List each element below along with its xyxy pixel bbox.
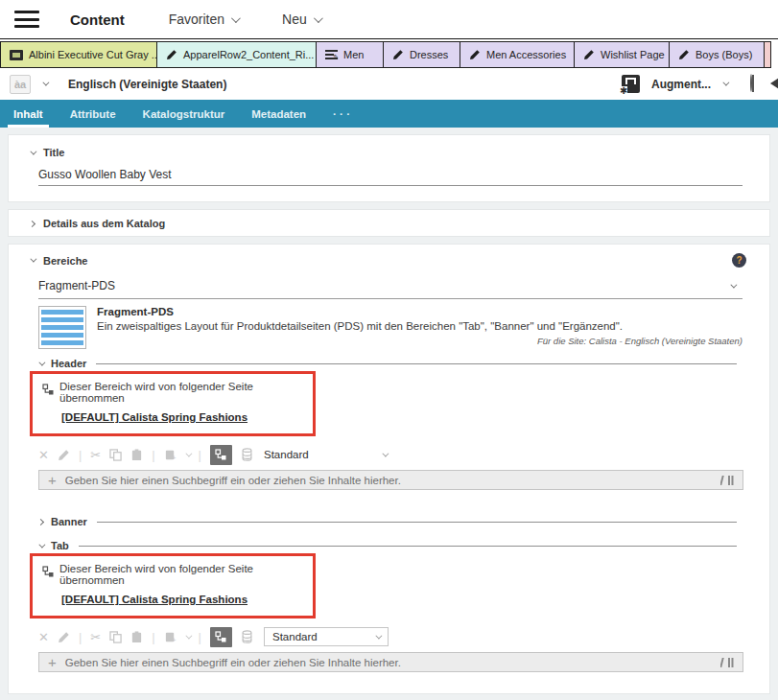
picture-icon bbox=[10, 50, 23, 60]
toolbar-separator: | bbox=[152, 630, 154, 644]
tab-attribute[interactable]: Attribute bbox=[70, 108, 116, 128]
collapse-icon bbox=[30, 256, 36, 263]
paste-insert-icon[interactable]: + bbox=[164, 449, 177, 461]
content-tab-men-accessories[interactable]: Men Accessories bbox=[460, 41, 575, 68]
content-tab-label: Boys (Boys) bbox=[695, 49, 752, 60]
divider bbox=[96, 363, 737, 364]
paste-icon[interactable] bbox=[130, 631, 143, 643]
tab-search-drop-field[interactable]: + Geben Sie hier einen Suchbegriff ein o… bbox=[38, 652, 743, 672]
copy-icon[interactable] bbox=[109, 449, 122, 461]
toolbar-separator: | bbox=[79, 630, 82, 644]
content-tab-dresses[interactable]: Dresses bbox=[383, 41, 460, 68]
new-menu[interactable]: Neu bbox=[282, 12, 320, 27]
favorites-menu-label: Favoriten bbox=[169, 12, 224, 27]
section-header-tab[interactable]: Tab bbox=[30, 540, 748, 551]
svg-text:+: + bbox=[172, 454, 176, 461]
hamburger-menu-icon[interactable] bbox=[14, 11, 39, 28]
divider bbox=[79, 546, 737, 547]
header-toolbar: ✕ | ✂ | + | Standard bbox=[38, 443, 748, 466]
section-header-header[interactable]: Header bbox=[30, 358, 748, 369]
layout-variant-dropdown[interactable]: Standard bbox=[264, 627, 389, 646]
cut-icon[interactable]: ✂ bbox=[90, 449, 101, 461]
layout-thumbnail-icon bbox=[38, 306, 86, 349]
favorites-menu[interactable]: Favoriten bbox=[169, 12, 238, 27]
inherit-icon bbox=[42, 382, 54, 399]
content-tab-men[interactable]: ✎ Men bbox=[316, 41, 384, 68]
form-content: Title Gusso Woollen Baby Vest Details au… bbox=[0, 128, 778, 694]
tab-metadaten[interactable]: Metadaten bbox=[251, 108, 306, 128]
chevron-down-icon bbox=[730, 281, 737, 288]
layout-info: Fragment-PDS Ein zweispaltiges Layout fü… bbox=[38, 306, 743, 349]
paste-insert-icon[interactable]: + bbox=[164, 631, 177, 643]
remove-icon[interactable]: ✕ bbox=[38, 631, 49, 643]
inherit-toggle-button[interactable] bbox=[210, 445, 232, 465]
help-icon[interactable]: ? bbox=[732, 253, 746, 268]
tab-label: Attribute bbox=[70, 108, 116, 120]
translate-icon[interactable]: àa bbox=[10, 75, 31, 94]
tab-katalogstruktur[interactable]: Katalogstruktur bbox=[143, 108, 225, 128]
edit-pencil-icon[interactable] bbox=[58, 631, 70, 643]
toolbar-separator: | bbox=[79, 448, 82, 462]
search-placeholder: Geben Sie hier einen Suchbegriff ein ode… bbox=[65, 475, 401, 486]
bereiche-section-header[interactable]: Bereiche ? bbox=[30, 253, 748, 268]
chevron-down-icon bbox=[314, 13, 323, 23]
content-tab-partial[interactable] bbox=[764, 41, 771, 68]
chevron-down-icon[interactable] bbox=[185, 450, 192, 456]
title-input[interactable]: Gusso Woollen Baby Vest bbox=[38, 168, 743, 186]
inherit-notice-text: Dieser Bereich wird von folgender Seite … bbox=[59, 381, 305, 404]
pencil-icon bbox=[392, 49, 404, 60]
title-section-header[interactable]: Title bbox=[30, 147, 748, 158]
chevron-down-icon[interactable] bbox=[722, 80, 729, 86]
layout-dropdown-value: Fragment-PDS bbox=[38, 279, 115, 292]
section-header-banner[interactable]: Banner bbox=[30, 516, 748, 527]
svg-text:+: + bbox=[172, 636, 176, 643]
inherit-toggle-button[interactable] bbox=[210, 627, 232, 647]
lightbulb-icon[interactable] bbox=[750, 75, 765, 94]
collapse-icon bbox=[30, 148, 36, 154]
cut-icon[interactable]: ✂ bbox=[90, 631, 101, 643]
chevron-down-icon[interactable] bbox=[185, 632, 192, 639]
locale-bar: àa Englisch (Vereinigte Staaten) ✱ Augme… bbox=[0, 68, 778, 100]
content-tab-wishlist-page[interactable]: Wishlist Page bbox=[574, 41, 670, 68]
tab-label: Inhalt bbox=[13, 108, 43, 120]
bereiche-panel: Bereiche ? Fragment-PDS Fragment-PDS Ein… bbox=[8, 244, 770, 694]
app-title: Content bbox=[70, 12, 125, 28]
content-tab-apparelrow2[interactable]: ApparelRow2_Content_Ri... bbox=[156, 41, 317, 68]
section-label: Banner bbox=[51, 516, 87, 527]
header-search-drop-field[interactable]: + Geben Sie hier einen Suchbegriff ein o… bbox=[38, 470, 743, 490]
section-label: Bereiche bbox=[43, 255, 87, 267]
tab-label: · · · bbox=[333, 108, 350, 120]
collapse-icon bbox=[38, 359, 45, 365]
content-tab-albini[interactable]: Albini Executive Cut Gray ... bbox=[0, 41, 157, 68]
section-label: Header bbox=[51, 358, 86, 369]
remove-icon[interactable]: ✕ bbox=[38, 449, 49, 461]
content-tab-label: Albini Executive Cut Gray ... bbox=[29, 49, 157, 60]
layout-dropdown[interactable]: Fragment-PDS bbox=[38, 279, 743, 299]
pencil-icon bbox=[583, 49, 595, 60]
layout-stack-icon bbox=[241, 448, 253, 461]
inherit-icon bbox=[42, 564, 54, 581]
copy-icon[interactable] bbox=[109, 631, 122, 643]
paste-icon[interactable] bbox=[130, 449, 143, 461]
content-tab-boys[interactable]: Boys (Boys) bbox=[669, 41, 765, 68]
inherit-source-link[interactable]: [DEFAULT] Calista Spring Fashions bbox=[61, 594, 248, 605]
layout-variant-dropdown[interactable]: Standard bbox=[264, 449, 387, 460]
chevron-down-icon bbox=[382, 450, 389, 456]
augment-dropdown-label: Augment... bbox=[651, 78, 711, 91]
form-tab-bar: Inhalt Attribute Katalogstruktur Metadat… bbox=[0, 100, 778, 128]
catalog-details-panel: Details aus dem Katalog bbox=[8, 209, 770, 237]
toolbar-separator: | bbox=[199, 630, 201, 644]
edit-pencil-icon[interactable] bbox=[58, 449, 70, 461]
chevron-down-icon[interactable] bbox=[42, 80, 49, 86]
open-library-icon[interactable] bbox=[720, 475, 734, 486]
add-icon: + bbox=[48, 654, 57, 670]
catalog-section-header[interactable]: Details aus dem Katalog bbox=[30, 218, 748, 229]
inherit-source-link[interactable]: [DEFAULT] Calista Spring Fashions bbox=[61, 411, 248, 423]
open-library-icon[interactable] bbox=[720, 657, 734, 668]
pencil-icon bbox=[678, 49, 690, 60]
top-app-bar: Content Favoriten Neu bbox=[0, 0, 778, 38]
tab-inhalt[interactable]: Inhalt bbox=[13, 108, 43, 128]
content-tab-strip: Albini Executive Cut Gray ... ApparelRow… bbox=[0, 38, 778, 68]
tab-overflow-ellipsis[interactable]: · · · bbox=[333, 108, 350, 128]
layout-stack-icon bbox=[241, 630, 253, 643]
